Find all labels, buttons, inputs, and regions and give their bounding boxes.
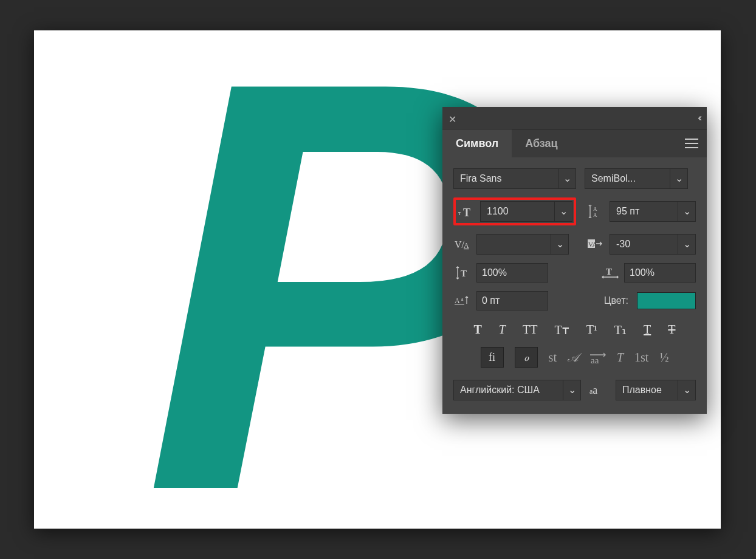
leading-icon: AA: [586, 204, 605, 219]
font-style-value: SemiBol...: [585, 173, 670, 184]
font-size-icon: тT: [457, 204, 475, 219]
chevron-down-icon[interactable]: ⌄: [670, 169, 687, 188]
fractions-button[interactable]: ½: [659, 351, 668, 365]
svg-text:VA: VA: [588, 241, 597, 248]
svg-text:T: T: [461, 269, 467, 278]
font-family-select[interactable]: Fira Sans ⌄: [453, 168, 576, 189]
svg-text:aa: aa: [591, 355, 599, 364]
chevron-down-icon[interactable]: ⌄: [558, 169, 576, 188]
horizontal-scale-icon: T: [601, 266, 619, 280]
antialias-value: Плавное: [616, 385, 678, 396]
panel-tabs: Символ Абзац: [442, 129, 707, 157]
svg-text:A: A: [464, 241, 469, 250]
ordinals-button[interactable]: 1st: [634, 351, 648, 365]
antialias-icon: aa: [589, 384, 597, 397]
ligatures-button[interactable]: fi: [481, 347, 504, 368]
svg-text:a: a: [461, 297, 464, 302]
opentype-row: fi ℴ st 𝒜 aa T 1st ½: [453, 347, 696, 368]
superscript-button[interactable]: T¹: [586, 323, 597, 337]
chevron-down-icon[interactable]: ⌄: [678, 235, 695, 254]
text-color-swatch[interactable]: [637, 292, 696, 309]
baseline-shift-value: 0 пт: [482, 295, 500, 306]
language-value: Английский: США: [454, 385, 563, 396]
tracking-icon: VA: [586, 237, 605, 252]
chevron-down-icon[interactable]: ⌄: [554, 202, 572, 221]
panel-body: Fira Sans ⌄ SemiBol... ⌄ тT 1100 ⌄: [442, 157, 707, 414]
tab-paragraph[interactable]: Абзац: [512, 129, 571, 157]
svg-text:A: A: [593, 212, 597, 218]
type-style-row: T T TT Tᴛ T¹ T₁ T T: [453, 323, 696, 337]
color-label: Цвет:: [604, 295, 628, 306]
chevron-down-icon[interactable]: ⌄: [551, 235, 568, 254]
kerning-select[interactable]: ⌄: [476, 234, 569, 255]
font-family-value: Fira Sans: [454, 173, 558, 184]
font-style-select[interactable]: SemiBol... ⌄: [585, 168, 688, 189]
vertical-scale-value: 100%: [482, 267, 507, 278]
allcaps-button[interactable]: TT: [523, 323, 537, 337]
chevron-down-icon[interactable]: ⌄: [678, 380, 695, 400]
font-size-select[interactable]: 1100 ⌄: [480, 201, 572, 222]
font-size-value: 1100: [481, 206, 554, 217]
tracking-select[interactable]: -30 ⌄: [610, 234, 696, 255]
underline-button[interactable]: T: [644, 323, 651, 337]
language-select[interactable]: Английский: США ⌄: [453, 380, 581, 400]
stylistic-alt-button[interactable]: aa: [589, 351, 606, 364]
faux-italic-button[interactable]: T: [499, 323, 506, 337]
tracking-value: -30: [610, 239, 678, 250]
titling-alt-button[interactable]: T: [617, 351, 624, 365]
horizontal-scale-value: 100%: [630, 267, 655, 278]
chevron-down-icon[interactable]: ⌄: [678, 202, 695, 221]
faux-bold-button[interactable]: T: [474, 323, 482, 337]
panel-menu-icon[interactable]: [685, 129, 698, 157]
swash-button[interactable]: 𝒜: [568, 351, 578, 365]
svg-text:T: T: [606, 267, 612, 276]
character-panel: ✕ ‹‹ Символ Абзац Fira Sans ⌄ SemiBol...…: [442, 107, 707, 414]
svg-text:т: т: [458, 210, 461, 216]
svg-text:A: A: [593, 206, 597, 212]
contextual-alt-button[interactable]: ℴ: [515, 347, 538, 368]
font-size-highlight: тT 1100 ⌄: [453, 197, 576, 225]
svg-text:T: T: [463, 207, 470, 218]
strikethrough-button[interactable]: T: [668, 323, 675, 337]
discretionary-lig-button[interactable]: st: [549, 351, 557, 365]
vertical-scale-input[interactable]: 100%: [476, 263, 548, 283]
smallcaps-button[interactable]: Tᴛ: [554, 323, 569, 337]
chevron-down-icon[interactable]: ⌄: [563, 380, 580, 400]
svg-text:A: A: [455, 297, 460, 305]
baseline-shift-input[interactable]: 0 пт: [476, 291, 548, 310]
app-stage: P ✕ ‹‹ Символ Абзац Fira Sans ⌄ SemiBol.…: [0, 0, 756, 559]
baseline-shift-icon: Aa: [453, 293, 472, 308]
subscript-button[interactable]: T₁: [614, 323, 627, 337]
leading-select[interactable]: 95 пт ⌄: [610, 201, 696, 222]
horizontal-scale-input[interactable]: 100%: [624, 263, 696, 283]
panel-header: ✕ ‹‹: [442, 107, 707, 129]
antialias-select[interactable]: Плавное ⌄: [616, 380, 696, 400]
close-icon[interactable]: ✕: [448, 114, 457, 122]
kerning-icon: V/A: [453, 237, 472, 252]
vertical-scale-icon: T: [453, 266, 472, 280]
leading-value: 95 пт: [610, 206, 678, 217]
tab-symbol[interactable]: Символ: [442, 129, 512, 157]
collapse-icon[interactable]: ‹‹: [698, 112, 699, 123]
